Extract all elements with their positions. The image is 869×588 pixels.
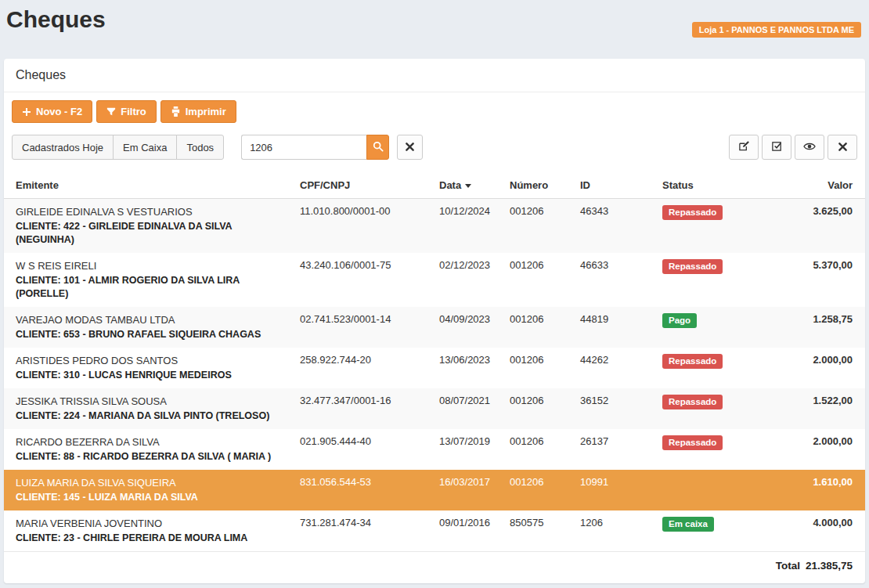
- emitente-name: W S REIS EIRELI: [16, 259, 287, 272]
- valor-cell: 2.000,00: [766, 429, 865, 470]
- print-button-label: Imprimir: [186, 106, 226, 117]
- valor-cell: 1.258,75: [766, 307, 865, 348]
- cliente-line: CLIENTE: 23 - CHIRLE PEREIRA DE MOURA LI…: [16, 532, 287, 545]
- numero-cell: 001206: [503, 307, 574, 348]
- valor-cell: 4.000,00: [766, 510, 865, 552]
- date-cell: 09/01/2016: [433, 510, 503, 552]
- cheques-table-body: GIRLEIDE EDINALVA S VESTUARIOS CLIENTE: …: [4, 199, 865, 552]
- id-cell: 44819: [574, 307, 656, 348]
- filter-all-button[interactable]: Todos: [176, 135, 224, 160]
- total-label: Total: [776, 560, 800, 572]
- id-cell: 36152: [574, 388, 656, 429]
- cpf-cnpj-cell: 731.281.474-34: [294, 510, 433, 552]
- edit-button[interactable]: [729, 135, 759, 160]
- header-data[interactable]: Data: [433, 172, 503, 199]
- valor-cell: 5.370,00: [766, 253, 865, 307]
- id-cell: 10991: [574, 470, 656, 510]
- numero-cell: 001206: [503, 429, 574, 470]
- cliente-line: CLIENTE: 88 - RICARDO BEZERRA DA SILVA (…: [16, 450, 287, 464]
- date-cell: 02/12/2023: [433, 253, 503, 307]
- status-badge: Pago: [662, 313, 697, 328]
- toolbar: Novo - F2 Filtro Imprimir: [12, 100, 857, 123]
- cheques-table: Emitente CPF/CNPJ Data Número ID Status …: [4, 172, 865, 579]
- search-button[interactable]: [366, 135, 389, 160]
- table-header-row: Emitente CPF/CNPJ Data Número ID Status …: [4, 172, 865, 199]
- numero-cell: 001206: [503, 348, 574, 388]
- id-cell: 46633: [574, 253, 656, 307]
- emitente-name: JESSIKA TRISSIA SILVA SOUSA: [16, 395, 287, 408]
- numero-cell: 850575: [503, 510, 574, 552]
- header-valor[interactable]: Valor: [766, 172, 865, 199]
- cheques-panel: Cheques Novo - F2 Filtro Imprimir: [4, 59, 865, 583]
- status-badge: Repassado: [662, 354, 723, 369]
- valor-cell: 3.625,00: [766, 199, 865, 254]
- print-button[interactable]: Imprimir: [160, 100, 236, 123]
- header-emitente[interactable]: Emitente: [4, 172, 294, 199]
- eye-icon: [803, 141, 816, 154]
- close-button[interactable]: [828, 135, 857, 160]
- table-row[interactable]: JESSIKA TRISSIA SILVA SOUSA CLIENTE: 224…: [4, 388, 865, 429]
- printer-icon: [171, 106, 181, 117]
- table-row[interactable]: ARISTIDES PEDRO DOS SANTOS CLIENTE: 310 …: [4, 348, 865, 388]
- cliente-line: CLIENTE: 422 - GIRLEIDE EDINALVA DA SILV…: [16, 220, 287, 247]
- table-row[interactable]: GIRLEIDE EDINALVA S VESTUARIOS CLIENTE: …: [4, 199, 865, 254]
- caret-down-icon: [465, 184, 471, 188]
- new-button-label: Novo - F2: [36, 106, 82, 117]
- select-check-button[interactable]: [762, 135, 791, 160]
- clear-search-button[interactable]: [397, 135, 423, 160]
- id-cell: 46343: [574, 199, 656, 254]
- filter-registered-today-button[interactable]: Cadastrados Hoje: [12, 135, 114, 160]
- numero-cell: 001206: [503, 470, 574, 510]
- valor-cell: 1.610,00: [766, 470, 865, 510]
- table-row[interactable]: VAREJAO MODAS TAMBAU LTDA CLIENTE: 653 -…: [4, 307, 865, 348]
- pencil-square-icon: [738, 140, 750, 154]
- check-square-icon: [771, 140, 783, 154]
- page-title: Cheques: [6, 6, 106, 33]
- search-input[interactable]: [241, 135, 366, 160]
- view-button[interactable]: [795, 135, 824, 160]
- valor-cell: 1.522,00: [766, 388, 865, 429]
- filter-button[interactable]: Filtro: [96, 100, 157, 123]
- cpf-cnpj-cell: 831.056.544-53: [294, 470, 433, 510]
- date-cell: 13/06/2023: [433, 348, 503, 388]
- table-row[interactable]: RICARDO BEZERRA DA SILVA CLIENTE: 88 - R…: [4, 429, 865, 470]
- numero-cell: 001206: [503, 253, 574, 307]
- cpf-cnpj-cell: 021.905.444-40: [294, 429, 433, 470]
- cpf-cnpj-cell: 32.477.347/0001-16: [294, 388, 433, 429]
- table-row[interactable]: MARIA VERBENIA JOVENTINO CLIENTE: 23 - C…: [4, 510, 865, 552]
- status-badge: Em caixa: [662, 517, 714, 532]
- filter-row: Cadastrados Hoje Em Caixa Todos: [12, 135, 857, 160]
- status-badge: Repassado: [662, 259, 723, 274]
- store-badge[interactable]: Loja 1 - PANNOS E PANNOS LTDA ME: [692, 22, 861, 38]
- table-row[interactable]: W S REIS EIRELI CLIENTE: 101 - ALMIR ROG…: [4, 253, 865, 307]
- numero-cell: 001206: [503, 388, 574, 429]
- plus-icon: [22, 107, 31, 117]
- total-value: 21.385,75: [806, 560, 853, 572]
- emitente-name: LUIZA MARIA DA SILVA SIQUEIRA: [16, 476, 287, 489]
- cpf-cnpj-cell: 11.010.800/0001-00: [294, 199, 433, 254]
- status-badge: Repassado: [662, 435, 723, 450]
- cpf-cnpj-cell: 02.741.523/0001-14: [294, 307, 433, 348]
- quick-filter-group: Cadastrados Hoje Em Caixa Todos: [12, 135, 224, 160]
- id-cell: 26137: [574, 429, 656, 470]
- emitente-name: ARISTIDES PEDRO DOS SANTOS: [16, 354, 287, 367]
- funnel-icon: [106, 107, 116, 117]
- filter-in-cash-button[interactable]: Em Caixa: [113, 135, 177, 160]
- status-badge: Repassado: [662, 205, 723, 220]
- x-icon: [406, 142, 414, 153]
- emitente-name: RICARDO BEZERRA DA SILVA: [16, 435, 287, 449]
- header-id[interactable]: ID: [574, 172, 656, 199]
- id-cell: 1206: [574, 510, 656, 552]
- table-row[interactable]: LUIZA MARIA DA SILVA SIQUEIRA CLIENTE: 1…: [4, 470, 865, 510]
- valor-cell: 2.000,00: [766, 348, 865, 388]
- cliente-line: CLIENTE: 145 - LUIZA MARIA DA SILVA: [16, 491, 287, 504]
- date-cell: 13/07/2019: [433, 429, 503, 470]
- header-cpf-cnpj[interactable]: CPF/CNPJ: [294, 172, 433, 199]
- new-button[interactable]: Novo - F2: [12, 100, 92, 123]
- cliente-line: CLIENTE: 310 - LUCAS HENRIQUE MEDEIROS: [16, 369, 287, 382]
- header-status[interactable]: Status: [656, 172, 766, 199]
- status-badge: Repassado: [662, 395, 723, 409]
- header-numero[interactable]: Número: [503, 172, 574, 199]
- total-row: Total21.385,75: [4, 552, 865, 580]
- date-cell: 04/09/2023: [433, 307, 503, 348]
